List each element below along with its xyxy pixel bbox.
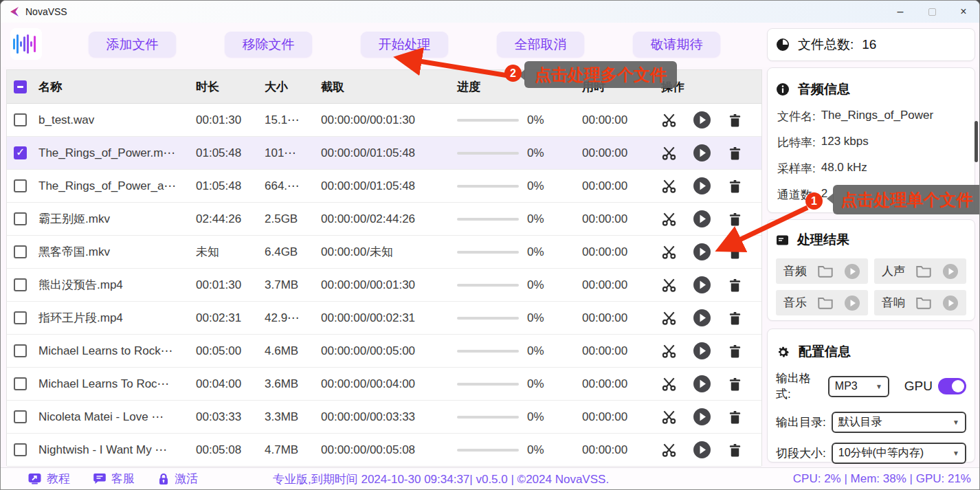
progress-cell: 0% [457, 311, 582, 325]
close-button[interactable]: × [948, 1, 979, 23]
delete-button[interactable] [727, 244, 743, 260]
progress-bar [457, 449, 519, 452]
maximize-button[interactable] [916, 1, 948, 23]
config-panel: 配置信息 输出格式: MP3▼ GPU 输出目录: 默认目录▼ 切段大小: 10… [767, 328, 975, 463]
toolbar-button[interactable]: 全部取消 [497, 32, 584, 57]
delete-button[interactable] [727, 310, 743, 326]
file-elapsed: 00:00:00 [582, 443, 653, 457]
support-link[interactable]: 客服 [93, 471, 135, 487]
file-elapsed: 00:00:00 [582, 146, 653, 160]
cut-button[interactable] [661, 244, 677, 260]
result-item: 音乐 [776, 290, 868, 315]
cut-button[interactable] [661, 409, 677, 425]
cut-button[interactable] [661, 376, 677, 392]
play-button[interactable] [693, 177, 711, 195]
play-icon [844, 295, 860, 311]
play-button[interactable] [693, 441, 711, 459]
segment-size-select[interactable]: 10分钟(中等内存)▼ [832, 443, 966, 464]
scrollbar-thumb[interactable] [975, 121, 978, 162]
delete-button[interactable] [727, 277, 743, 293]
table-row[interactable]: Michael Learns To Roc⋯ 00:04:00 3.6MB 00… [7, 368, 761, 401]
preview-play-button[interactable] [942, 295, 959, 311]
preview-play-button[interactable] [844, 263, 860, 280]
minimize-button[interactable]: – [884, 1, 916, 23]
row-checkbox[interactable] [14, 311, 27, 324]
row-checkbox[interactable] [14, 113, 27, 126]
delete-button[interactable] [727, 211, 743, 227]
play-button[interactable] [693, 144, 711, 162]
table-row[interactable]: Michael Learns to Rock⋯ 00:05:00 4.6MB 0… [7, 335, 761, 368]
row-checkbox[interactable] [14, 212, 27, 225]
row-checkbox[interactable] [14, 245, 27, 258]
output-format-select[interactable]: MP3▼ [828, 376, 889, 397]
cut-button[interactable] [661, 145, 677, 161]
table-row[interactable]: 黑客帝国.mkv 未知 6.4GB 00:00:00/未知 0% 00:00:0… [7, 236, 761, 269]
preview-play-button[interactable] [942, 263, 959, 280]
cut-button[interactable] [661, 211, 677, 227]
progress-bar [457, 119, 519, 122]
play-button[interactable] [693, 276, 711, 294]
play-button[interactable] [693, 309, 711, 327]
progress-bar [457, 251, 519, 254]
play-button[interactable] [693, 210, 711, 228]
table-row[interactable]: Nightwish - I Want My ⋯ 00:05:08 4.7MB 0… [7, 434, 761, 467]
cut-button[interactable] [661, 343, 677, 359]
delete-button[interactable] [727, 112, 743, 129]
cut-button[interactable] [661, 112, 677, 128]
tutorial-link[interactable]: 教程 [28, 471, 70, 487]
delete-button[interactable] [727, 145, 743, 162]
select-all-checkbox[interactable] [14, 80, 27, 93]
row-checkbox[interactable] [14, 377, 27, 390]
play-button[interactable] [693, 342, 711, 360]
file-elapsed: 00:00:00 [582, 410, 653, 424]
play-icon [693, 408, 711, 426]
open-folder-button[interactable] [817, 296, 834, 309]
cut-button[interactable] [661, 178, 677, 194]
delete-button[interactable] [727, 409, 743, 425]
delete-button[interactable] [727, 376, 743, 392]
toolbar-button[interactable]: 敬请期待 [633, 32, 720, 57]
row-checkbox[interactable] [14, 410, 27, 423]
table-row[interactable]: Nicoleta Matei - Love ⋯ 00:03:33 3.3MB 0… [7, 401, 761, 434]
trash-icon [727, 244, 743, 260]
table-row[interactable]: The_Rings_of_Power.m⋯ 01:05:48 101⋯ 00:0… [7, 137, 761, 170]
progress-cell: 0% [457, 344, 582, 358]
activate-link[interactable]: 激活 [158, 471, 198, 487]
gpu-toggle[interactable] [938, 378, 966, 394]
play-button[interactable] [693, 375, 711, 393]
row-checkbox[interactable] [14, 179, 27, 192]
table-row[interactable]: 霸王别姬.mkv 02:44:26 2.5GB 00:00:00/02:44:2… [7, 203, 761, 236]
preview-play-button[interactable] [844, 295, 860, 311]
progress-cell: 0% [457, 146, 582, 160]
table-row[interactable]: 熊出没预告.mp4 00:01:30 3.7MB 00:00:00/00:01:… [7, 269, 761, 302]
folder-icon [915, 265, 932, 278]
delete-button[interactable] [727, 442, 743, 458]
delete-button[interactable] [727, 343, 743, 359]
cut-button[interactable] [661, 442, 677, 458]
scissors-icon [661, 442, 677, 458]
delete-button[interactable] [727, 178, 743, 194]
table-row[interactable]: The_Rings_of_Power_a⋯ 01:05:48 664.⋯ 00:… [7, 170, 761, 203]
open-folder-button[interactable] [817, 265, 834, 278]
table-row[interactable]: 指环王片段.mp4 00:02:31 42.9⋯ 00:00:00/00:02:… [7, 302, 761, 335]
row-checkbox[interactable] [14, 344, 27, 357]
open-folder-button[interactable] [915, 265, 932, 278]
cut-button[interactable] [661, 310, 677, 326]
progress-percent: 0% [527, 344, 544, 358]
row-checkbox[interactable] [14, 278, 27, 291]
row-checkbox[interactable] [14, 443, 27, 456]
row-checkbox[interactable] [14, 146, 27, 159]
file-table: 名称 时长 大小 截取 进度 用时 操作 b_test.wav 00:01:30… [6, 69, 762, 466]
play-button[interactable] [693, 408, 711, 426]
table-row[interactable]: b_test.wav 00:01:30 15.1⋯ 00:00:00/00:01… [7, 104, 761, 137]
toolbar-button[interactable]: 开始处理 [361, 32, 448, 57]
play-button[interactable] [693, 243, 711, 261]
lock-icon [158, 473, 169, 485]
open-folder-button[interactable] [915, 296, 932, 309]
toolbar-button[interactable]: 添加文件 [89, 32, 176, 57]
output-dir-label: 输出目录: [776, 414, 826, 430]
cut-button[interactable] [661, 277, 677, 293]
output-dir-select[interactable]: 默认目录▼ [832, 412, 966, 433]
play-button[interactable] [693, 111, 711, 129]
toolbar-button[interactable]: 移除文件 [225, 32, 312, 57]
